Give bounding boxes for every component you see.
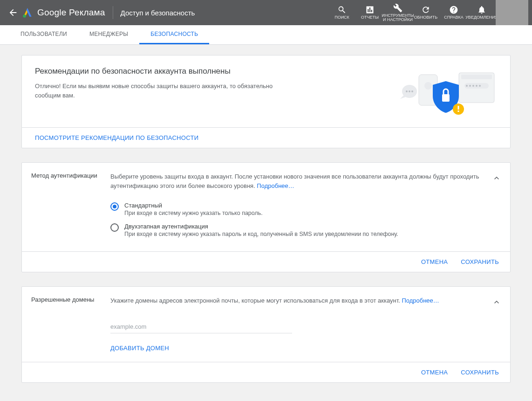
svg-point-15	[406, 90, 408, 92]
domain-input[interactable]	[110, 320, 292, 333]
domains-actions: ОТМЕНА СОХРАНИТЬ	[22, 362, 510, 382]
svg-rect-1	[368, 9, 369, 13]
svg-rect-2	[369, 7, 371, 12]
chevron-up-icon	[492, 297, 501, 307]
help-button[interactable]: СПРАВКА	[440, 0, 468, 25]
reports-button[interactable]: ОТЧЕТЫ	[356, 0, 384, 25]
tab-security[interactable]: БЕЗОПАСНОСТЬ	[139, 25, 209, 44]
auth-options: Стандартный При входе в систему нужно ук…	[22, 197, 510, 251]
page-title: Доступ и безопасность	[121, 9, 195, 17]
svg-point-9	[472, 85, 474, 87]
google-ads-logo-icon	[20, 7, 35, 19]
auth-option-label: Двухэтапная аутентификация	[124, 223, 398, 230]
back-button[interactable]	[7, 7, 20, 18]
svg-rect-5	[461, 75, 492, 79]
domains-learn-more-link[interactable]: Подробнее…	[402, 297, 439, 304]
search-label: ПОИСК	[334, 15, 349, 20]
svg-point-8	[469, 85, 471, 87]
svg-point-10	[476, 85, 477, 87]
svg-point-16	[409, 90, 410, 92]
svg-rect-20	[458, 106, 459, 110]
tabs: ПОЛЬЗОВАТЕЛИ МЕНЕДЖЕРЫ БЕЗОПАСНОСТЬ	[0, 25, 532, 45]
auth-desc-text: Выберите уровень защиты входа в аккаунт.…	[110, 173, 479, 189]
radio-icon	[110, 223, 119, 232]
svg-rect-3	[371, 10, 373, 12]
auth-collapse-toggle[interactable]	[491, 173, 502, 183]
svg-point-0	[23, 14, 26, 18]
security-illustration	[390, 67, 497, 118]
auth-save-button[interactable]: СОХРАНИТЬ	[461, 258, 499, 265]
tools-button[interactable]: ИНСТРУМЕНТЫ И НАСТРОЙКИ	[384, 0, 412, 25]
svg-rect-21	[458, 111, 459, 112]
tab-managers[interactable]: МЕНЕДЖЕРЫ	[78, 25, 139, 44]
domains-save-button[interactable]: СОХРАНИТЬ	[461, 369, 499, 376]
auth-learn-more-link[interactable]: Подробнее…	[257, 182, 294, 189]
auth-option-label: Стандартный	[124, 202, 263, 209]
recommendations-subtitle: Отлично! Если мы выявим новые способы за…	[35, 82, 277, 100]
brand-name: Google	[37, 7, 66, 17]
auth-method-card: Метод аутентификации Выберите уровень за…	[21, 162, 511, 272]
auth-option-standard[interactable]: Стандартный При входе в систему нужно ук…	[110, 202, 484, 216]
add-domain-button[interactable]: ДОБАВИТЬ ДОМЕН	[110, 345, 169, 352]
refresh-button[interactable]: ОБНОВИТЬ	[412, 0, 440, 25]
radio-icon	[110, 202, 119, 211]
chevron-up-icon	[492, 173, 501, 183]
notifications-button[interactable]: УВЕДОМЛЕНИЯ	[468, 0, 496, 25]
brand-product: Реклама	[69, 7, 105, 17]
help-label: СПРАВКА	[444, 15, 464, 20]
refresh-label: ОБНОВИТЬ	[414, 15, 437, 20]
svg-point-7	[466, 85, 468, 87]
notifications-label: УВЕДОМЛЕНИЯ	[465, 15, 498, 20]
allowed-domains-card: Разрешенные домены Укажите домены адресо…	[21, 286, 511, 383]
search-button[interactable]: ПОИСК	[328, 0, 356, 25]
tab-users[interactable]: ПОЛЬЗОВАТЕЛИ	[9, 25, 78, 44]
recommendations-card: Рекомендации по безопасности аккаунта вы…	[21, 55, 511, 148]
topbar-divider	[113, 6, 113, 19]
reports-label: ОТЧЕТЫ	[361, 15, 379, 20]
domains-collapse-toggle[interactable]	[491, 297, 502, 307]
domains-cancel-button[interactable]: ОТМЕНА	[421, 369, 448, 376]
domains-section-desc: Укажите домены адресов электронной почты…	[110, 296, 484, 305]
view-recommendations-link[interactable]: ПОСМОТРИТЕ РЕКОМЕНДАЦИИ ПО БЕЗОПАСНОСТИ	[35, 134, 198, 141]
auth-actions: ОТМЕНА СОХРАНИТЬ	[22, 251, 510, 272]
auth-option-hint: При входе в систему нужно указать только…	[124, 210, 263, 216]
auth-cancel-button[interactable]: ОТМЕНА	[421, 258, 448, 265]
domains-section-label: Разрешенные домены	[31, 296, 110, 305]
brand-title: Google Реклама	[37, 7, 105, 18]
avatar-area[interactable]	[496, 0, 528, 25]
auth-section-desc: Выберите уровень защиты входа в аккаунт.…	[110, 172, 484, 191]
svg-point-11	[479, 85, 481, 87]
topbar: Google Реклама Доступ и безопасность ПОИ…	[0, 0, 532, 25]
recommendations-title: Рекомендации по безопасности аккаунта вы…	[35, 67, 376, 76]
topbar-icons: ПОИСК ОТЧЕТЫ ИНСТРУМЕНТЫ И НАСТРОЙКИ ОБН…	[328, 0, 496, 25]
svg-point-17	[411, 90, 413, 92]
svg-point-13	[424, 82, 432, 90]
auth-section-label: Метод аутентификации	[31, 172, 110, 191]
domains-desc-text: Укажите домены адресов электронной почты…	[110, 297, 402, 304]
svg-rect-18	[442, 94, 450, 102]
content: Рекомендации по безопасности аккаунта вы…	[0, 45, 532, 400]
tools-label: ИНСТРУМЕНТЫ И НАСТРОЙКИ	[382, 14, 414, 22]
auth-option-hint: При входе в систему нужно указать пароль…	[124, 231, 398, 237]
auth-option-twostep[interactable]: Двухэтапная аутентификация При входе в с…	[110, 223, 484, 237]
